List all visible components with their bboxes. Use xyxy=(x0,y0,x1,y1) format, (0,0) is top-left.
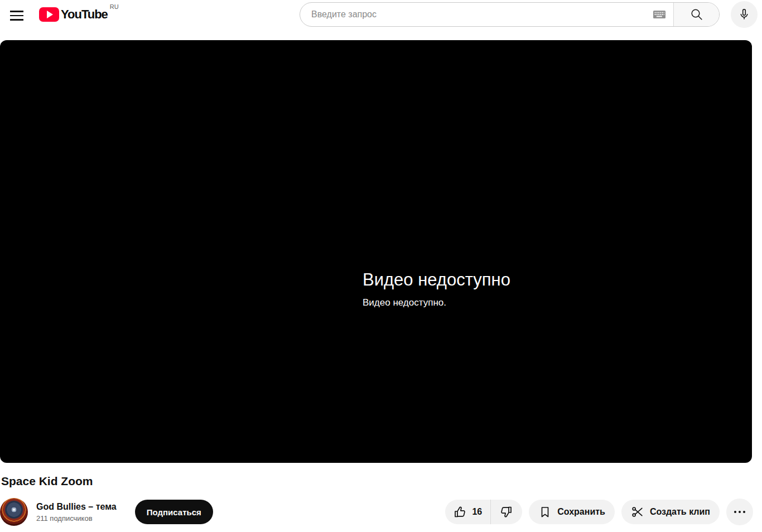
search-icon xyxy=(690,8,703,21)
youtube-logo[interactable]: YouTube RU xyxy=(39,7,119,22)
keyboard-icon[interactable] xyxy=(652,7,667,22)
player-error-message: Видео недоступно Видео недоступно. xyxy=(363,270,510,308)
save-button[interactable]: Сохранить xyxy=(529,500,615,524)
video-meta-row: God Bullies – тема 211 подписчиков Подпи… xyxy=(0,498,762,526)
scissors-icon xyxy=(631,505,644,519)
region-label: RU xyxy=(110,3,119,10)
thumbs-down-icon xyxy=(499,505,513,519)
channel-info: God Bullies – тема 211 подписчиков xyxy=(36,501,117,523)
player-error-title: Видео недоступно xyxy=(363,270,510,290)
more-icon xyxy=(734,511,737,514)
save-label: Сохранить xyxy=(557,507,605,517)
video-player[interactable]: Видео недоступно Видео недоступно. xyxy=(0,40,752,463)
more-actions-button[interactable] xyxy=(726,499,753,525)
channel-subscribers: 211 подписчиков xyxy=(36,514,117,523)
action-buttons: 16 Сохранить xyxy=(445,499,753,525)
youtube-wordmark: YouTube xyxy=(61,7,108,22)
youtube-play-icon xyxy=(39,7,59,22)
like-dislike-pill: 16 xyxy=(445,500,522,524)
voice-search-button[interactable] xyxy=(731,1,758,28)
dislike-button[interactable] xyxy=(491,500,522,524)
watch-page: Видео недоступно Видео недоступно. Space… xyxy=(0,40,762,526)
channel-avatar[interactable] xyxy=(0,498,28,526)
bookmark-icon xyxy=(538,505,552,519)
create-clip-label: Создать клип xyxy=(650,507,710,517)
search-input[interactable] xyxy=(300,9,652,20)
search-field xyxy=(300,3,673,26)
like-button[interactable]: 16 xyxy=(445,500,490,524)
video-title: Space Kid Zoom xyxy=(1,473,762,489)
search-bar xyxy=(300,2,720,27)
menu-icon xyxy=(10,11,23,12)
create-clip-button[interactable]: Создать клип xyxy=(621,500,720,524)
thumbs-up-icon xyxy=(454,505,467,519)
player-error-subtitle: Видео недоступно. xyxy=(363,297,510,308)
channel-name[interactable]: God Bullies – тема xyxy=(36,501,117,512)
microphone-icon xyxy=(737,8,751,21)
menu-button[interactable] xyxy=(6,4,28,27)
search-button[interactable] xyxy=(673,3,719,26)
masthead: YouTube RU xyxy=(0,0,762,31)
like-count: 16 xyxy=(472,507,482,517)
subscribe-button[interactable]: Подписаться xyxy=(135,500,213,524)
